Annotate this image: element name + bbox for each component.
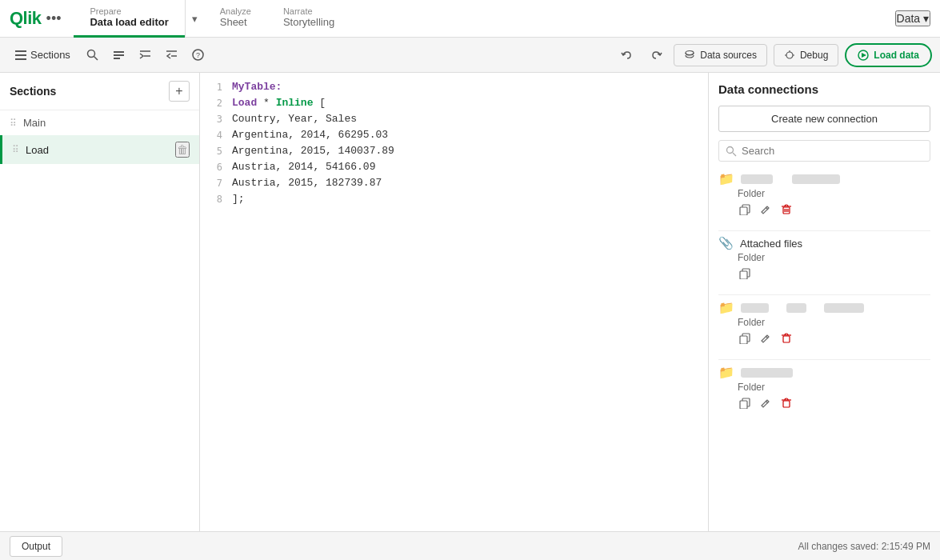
help-button[interactable]: ? bbox=[187, 46, 209, 64]
connection-item-3: 📁 Folder bbox=[718, 300, 930, 348]
redo-button[interactable] bbox=[645, 46, 667, 65]
redo-icon bbox=[650, 49, 662, 62]
add-section-button[interactable]: + bbox=[169, 81, 190, 102]
drag-handle-icon: ⠿ bbox=[10, 118, 17, 129]
sidebar-item-main[interactable]: ⠿ Main bbox=[0, 110, 199, 135]
edit-icon bbox=[760, 398, 771, 409]
conn-copy-button-4[interactable] bbox=[738, 396, 752, 413]
conn-copy-button-1[interactable] bbox=[738, 202, 752, 219]
folder-icon-3: 📁 bbox=[718, 300, 734, 315]
qlik-logo: Qlik ••• bbox=[10, 8, 61, 29]
code-line: 7Austria, 2015, 182739.87 bbox=[200, 175, 708, 191]
sections-btn-label: Sections bbox=[30, 49, 70, 61]
line-number: 6 bbox=[200, 159, 232, 175]
svg-rect-34 bbox=[740, 336, 747, 344]
connection-search-box[interactable] bbox=[718, 140, 930, 162]
qlik-more-icon[interactable]: ••• bbox=[46, 10, 62, 27]
output-button[interactable]: Output bbox=[10, 536, 62, 557]
conn-delete-button-1[interactable] bbox=[779, 202, 794, 219]
help-icon: ? bbox=[192, 49, 204, 61]
conn-edit-button-4[interactable] bbox=[758, 396, 773, 413]
tab-prepare-arrow[interactable]: ▾ bbox=[185, 0, 204, 38]
attached-copy-button[interactable] bbox=[738, 266, 752, 283]
debug-button[interactable]: Debug bbox=[774, 44, 838, 66]
debug-icon bbox=[784, 50, 795, 61]
create-connection-button[interactable]: Create new connection bbox=[718, 106, 930, 132]
conn-copy-button-3[interactable] bbox=[738, 331, 752, 348]
conn-label-4: Folder bbox=[738, 382, 930, 393]
svg-rect-2 bbox=[15, 58, 26, 60]
edit-icon bbox=[760, 204, 771, 215]
load-data-label: Load data bbox=[874, 50, 919, 61]
conn-delete-button-3[interactable] bbox=[779, 331, 794, 348]
line-code: Load * Inline [ bbox=[232, 95, 326, 111]
code-editor[interactable]: 1MyTable:2Load * Inline [3Country, Year,… bbox=[200, 73, 708, 531]
connection-item-1: 📁 Folder bbox=[718, 171, 930, 219]
sidebar-item-load[interactable]: ⠿ Load 🗑 bbox=[0, 135, 199, 164]
main-layout: Sections + ⠿ Main ⠿ Load 🗑 1MyTable:2Loa… bbox=[0, 73, 940, 531]
line-code: Austria, 2014, 54166.09 bbox=[232, 159, 375, 175]
sections-toggle-button[interactable]: Sections bbox=[8, 46, 77, 65]
line-code: Country, Year, Sales bbox=[232, 111, 357, 127]
tab-analyze-main: Sheet bbox=[220, 16, 251, 28]
toolbar-right: Data sources Debug Load data bbox=[616, 43, 932, 67]
conn-edit-button-1[interactable] bbox=[758, 202, 773, 219]
line-number: 7 bbox=[200, 175, 232, 191]
tab-narrate[interactable]: Narrate Storytelling bbox=[267, 0, 350, 38]
line-number: 2 bbox=[200, 95, 232, 111]
svg-point-21 bbox=[727, 146, 734, 153]
indent-button[interactable] bbox=[134, 46, 156, 64]
comment-button[interactable] bbox=[108, 46, 130, 64]
toolbar: Sections ? Data sources Debug Load d bbox=[0, 38, 940, 73]
undo-icon bbox=[621, 49, 634, 62]
svg-rect-1 bbox=[15, 54, 26, 56]
delete-section-button[interactable]: 🗑 bbox=[175, 142, 190, 158]
line-code: MyTable: bbox=[232, 79, 282, 95]
folder-icon: 📁 bbox=[718, 171, 734, 186]
outdent-button[interactable] bbox=[161, 46, 182, 64]
svg-marker-20 bbox=[862, 53, 866, 58]
data-sources-button[interactable]: Data sources bbox=[674, 44, 767, 66]
status-text: All changes saved: 2:15:49 PM bbox=[798, 541, 930, 552]
conn-delete-button-4[interactable] bbox=[779, 396, 794, 413]
tab-analyze-sub: Analyze bbox=[220, 6, 251, 16]
code-line: 5Argentina, 2015, 140037.89 bbox=[200, 143, 708, 159]
attached-folder-label: Folder bbox=[738, 252, 930, 263]
search-button[interactable] bbox=[82, 46, 103, 64]
svg-line-4 bbox=[94, 57, 98, 61]
undo-button[interactable] bbox=[616, 46, 638, 65]
data-menu-button[interactable]: Data ▾ bbox=[895, 10, 930, 26]
svg-rect-7 bbox=[114, 58, 120, 59]
sidebar-item-load-label: Load bbox=[26, 144, 169, 156]
svg-line-40 bbox=[766, 401, 768, 403]
tab-prepare-main: Data load editor bbox=[90, 16, 168, 28]
tab-analyze[interactable]: Analyze Sheet bbox=[204, 0, 267, 38]
conn-edit-button-3[interactable] bbox=[758, 331, 773, 348]
connection-search-input[interactable] bbox=[742, 145, 923, 157]
code-line: 3Country, Year, Sales bbox=[200, 111, 708, 127]
line-number: 1 bbox=[200, 79, 232, 95]
indent-icon bbox=[139, 49, 151, 61]
conn-actions-4 bbox=[738, 396, 930, 413]
copy-icon bbox=[739, 398, 750, 409]
conn-label-1: Folder bbox=[738, 188, 930, 199]
conn-name-blurred-4a bbox=[741, 368, 793, 378]
line-code: Austria, 2015, 182739.87 bbox=[232, 175, 382, 191]
line-code: Argentina, 2014, 66295.03 bbox=[232, 127, 388, 143]
svg-line-25 bbox=[766, 207, 768, 210]
sidebar-header: Sections + bbox=[0, 73, 199, 110]
attached-files-label: Attached files bbox=[740, 238, 802, 250]
load-data-icon bbox=[858, 50, 869, 61]
status-bar: Output All changes saved: 2:15:49 PM bbox=[0, 531, 940, 560]
svg-point-15 bbox=[786, 52, 793, 58]
folder-icon-4: 📁 bbox=[718, 365, 734, 380]
conn-name-blurred-3b bbox=[786, 303, 806, 313]
delete-icon bbox=[781, 204, 792, 215]
code-line: 6Austria, 2014, 54166.09 bbox=[200, 159, 708, 175]
paperclip-icon: 📎 bbox=[718, 236, 734, 250]
conn-actions-3 bbox=[738, 331, 930, 348]
sidebar-item-main-label: Main bbox=[23, 117, 190, 129]
copy-icon bbox=[739, 333, 750, 344]
tab-prepare[interactable]: Prepare Data load editor bbox=[74, 0, 184, 38]
load-data-button[interactable]: Load data bbox=[845, 43, 932, 67]
